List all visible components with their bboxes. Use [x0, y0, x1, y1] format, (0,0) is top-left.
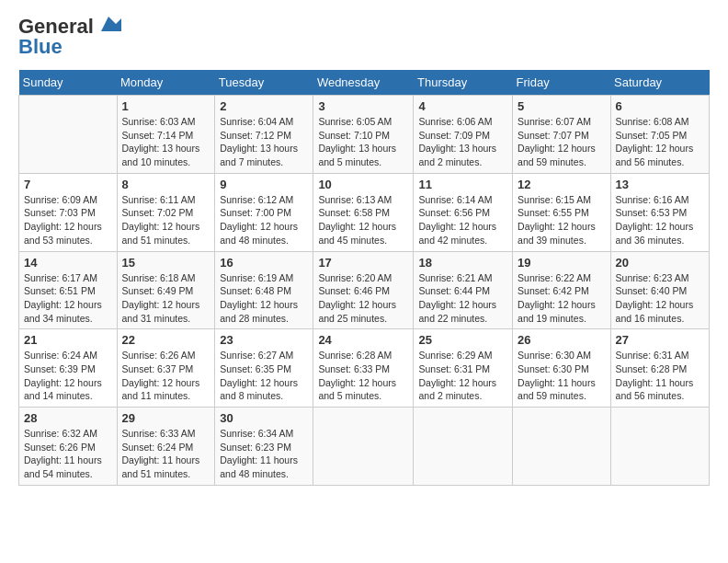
calendar-cell: 7Sunrise: 6:09 AMSunset: 7:03 PMDaylight… — [19, 173, 118, 251]
calendar-cell: 25Sunrise: 6:29 AMSunset: 6:31 PMDayligh… — [414, 329, 513, 408]
calendar-cell: 10Sunrise: 6:13 AMSunset: 6:58 PMDayligh… — [313, 173, 414, 251]
calendar-cell: 4Sunrise: 6:06 AMSunset: 7:09 PMDaylight… — [414, 96, 513, 174]
logo-icon — [96, 15, 121, 35]
cell-info: Sunrise: 6:16 AMSunset: 6:53 PMDaylight:… — [616, 193, 704, 247]
week-row-5: 28Sunrise: 6:32 AMSunset: 6:26 PMDayligh… — [19, 408, 710, 486]
logo: General Blue — [18, 15, 121, 59]
day-number: 25 — [418, 333, 507, 347]
weekday-header-monday: Monday — [117, 70, 215, 96]
cell-info: Sunrise: 6:28 AMSunset: 6:33 PMDaylight:… — [318, 349, 408, 403]
day-number: 6 — [616, 99, 704, 113]
calendar-cell: 29Sunrise: 6:33 AMSunset: 6:24 PMDayligh… — [117, 408, 215, 486]
cell-info: Sunrise: 6:06 AMSunset: 7:09 PMDaylight:… — [418, 115, 507, 169]
day-number: 13 — [616, 178, 704, 191]
weekday-header-tuesday: Tuesday — [215, 70, 313, 96]
day-number: 11 — [418, 178, 507, 191]
calendar-table: SundayMondayTuesdayWednesdayThursdayFrid… — [18, 70, 710, 486]
cell-info: Sunrise: 6:05 AMSunset: 7:10 PMDaylight:… — [318, 115, 408, 169]
day-number: 29 — [122, 411, 210, 425]
calendar-cell: 9Sunrise: 6:12 AMSunset: 7:00 PMDaylight… — [215, 173, 313, 251]
cell-info: Sunrise: 6:08 AMSunset: 7:05 PMDaylight:… — [616, 115, 704, 169]
cell-info: Sunrise: 6:22 AMSunset: 6:42 PMDaylight:… — [518, 271, 606, 326]
cell-info: Sunrise: 6:20 AMSunset: 6:46 PMDaylight:… — [318, 271, 408, 326]
calendar-cell — [19, 96, 118, 174]
calendar-cell: 3Sunrise: 6:05 AMSunset: 7:10 PMDaylight… — [313, 96, 414, 174]
cell-info: Sunrise: 6:07 AMSunset: 7:07 PMDaylight:… — [518, 115, 606, 169]
day-number: 20 — [616, 256, 704, 270]
page-container: General Blue SundayMondayTuesdayWednesda… — [0, 0, 728, 495]
calendar-cell: 20Sunrise: 6:23 AMSunset: 6:40 PMDayligh… — [610, 251, 709, 329]
week-row-2: 7Sunrise: 6:09 AMSunset: 7:03 PMDaylight… — [19, 173, 710, 251]
day-number: 1 — [122, 99, 210, 113]
cell-info: Sunrise: 6:18 AMSunset: 6:49 PMDaylight:… — [122, 271, 210, 326]
calendar-cell — [313, 408, 414, 486]
calendar-cell: 13Sunrise: 6:16 AMSunset: 6:53 PMDayligh… — [610, 173, 709, 251]
weekday-header-row: SundayMondayTuesdayWednesdayThursdayFrid… — [19, 70, 710, 96]
week-row-1: 1Sunrise: 6:03 AMSunset: 7:14 PMDaylight… — [19, 96, 710, 174]
calendar-cell: 1Sunrise: 6:03 AMSunset: 7:14 PMDaylight… — [117, 96, 215, 174]
day-number: 2 — [220, 99, 308, 113]
calendar-cell: 2Sunrise: 6:04 AMSunset: 7:12 PMDaylight… — [215, 96, 313, 174]
cell-info: Sunrise: 6:30 AMSunset: 6:30 PMDaylight:… — [518, 349, 606, 403]
cell-info: Sunrise: 6:29 AMSunset: 6:31 PMDaylight:… — [418, 349, 507, 403]
day-number: 12 — [518, 178, 606, 191]
cell-info: Sunrise: 6:15 AMSunset: 6:55 PMDaylight:… — [518, 193, 606, 247]
cell-info: Sunrise: 6:11 AMSunset: 7:02 PMDaylight:… — [122, 193, 210, 247]
cell-info: Sunrise: 6:32 AMSunset: 6:26 PMDaylight:… — [24, 427, 112, 481]
calendar-cell: 23Sunrise: 6:27 AMSunset: 6:35 PMDayligh… — [215, 329, 313, 408]
calendar-cell — [414, 408, 513, 486]
cell-info: Sunrise: 6:34 AMSunset: 6:23 PMDaylight:… — [220, 427, 308, 481]
day-number: 7 — [24, 178, 112, 191]
cell-info: Sunrise: 6:12 AMSunset: 7:00 PMDaylight:… — [220, 193, 308, 247]
day-number: 14 — [24, 256, 112, 270]
weekday-header-sunday: Sunday — [19, 70, 118, 96]
day-number: 28 — [24, 411, 112, 425]
day-number: 21 — [24, 333, 112, 347]
day-number: 23 — [220, 333, 308, 347]
week-row-3: 14Sunrise: 6:17 AMSunset: 6:51 PMDayligh… — [19, 251, 710, 329]
cell-info: Sunrise: 6:14 AMSunset: 6:56 PMDaylight:… — [418, 193, 507, 247]
calendar-cell: 26Sunrise: 6:30 AMSunset: 6:30 PMDayligh… — [513, 329, 611, 408]
calendar-cell: 12Sunrise: 6:15 AMSunset: 6:55 PMDayligh… — [513, 173, 611, 251]
weekday-header-friday: Friday — [513, 70, 611, 96]
day-number: 22 — [122, 333, 210, 347]
day-number: 26 — [518, 333, 606, 347]
cell-info: Sunrise: 6:03 AMSunset: 7:14 PMDaylight:… — [122, 115, 210, 169]
day-number: 30 — [220, 411, 308, 425]
day-number: 4 — [418, 99, 507, 113]
calendar-cell — [610, 408, 709, 486]
cell-info: Sunrise: 6:04 AMSunset: 7:12 PMDaylight:… — [220, 115, 308, 169]
day-number: 19 — [518, 256, 606, 270]
weekday-header-saturday: Saturday — [610, 70, 709, 96]
weekday-header-wednesday: Wednesday — [313, 70, 414, 96]
cell-info: Sunrise: 6:13 AMSunset: 6:58 PMDaylight:… — [318, 193, 408, 247]
weekday-header-thursday: Thursday — [414, 70, 513, 96]
calendar-cell: 19Sunrise: 6:22 AMSunset: 6:42 PMDayligh… — [513, 251, 611, 329]
cell-info: Sunrise: 6:26 AMSunset: 6:37 PMDaylight:… — [122, 349, 210, 403]
day-number: 15 — [122, 256, 210, 270]
cell-info: Sunrise: 6:24 AMSunset: 6:39 PMDaylight:… — [24, 349, 112, 403]
header: General Blue — [18, 15, 710, 59]
cell-info: Sunrise: 6:21 AMSunset: 6:44 PMDaylight:… — [418, 271, 507, 326]
calendar-cell: 24Sunrise: 6:28 AMSunset: 6:33 PMDayligh… — [313, 329, 414, 408]
cell-info: Sunrise: 6:31 AMSunset: 6:28 PMDaylight:… — [616, 349, 704, 403]
day-number: 24 — [318, 333, 408, 347]
calendar-cell: 15Sunrise: 6:18 AMSunset: 6:49 PMDayligh… — [117, 251, 215, 329]
calendar-cell: 21Sunrise: 6:24 AMSunset: 6:39 PMDayligh… — [19, 329, 118, 408]
calendar-cell: 11Sunrise: 6:14 AMSunset: 6:56 PMDayligh… — [414, 173, 513, 251]
calendar-cell: 14Sunrise: 6:17 AMSunset: 6:51 PMDayligh… — [19, 251, 118, 329]
calendar-cell: 5Sunrise: 6:07 AMSunset: 7:07 PMDaylight… — [513, 96, 611, 174]
calendar-cell: 6Sunrise: 6:08 AMSunset: 7:05 PMDaylight… — [610, 96, 709, 174]
cell-info: Sunrise: 6:27 AMSunset: 6:35 PMDaylight:… — [220, 349, 308, 403]
day-number: 9 — [220, 178, 308, 191]
cell-info: Sunrise: 6:19 AMSunset: 6:48 PMDaylight:… — [220, 271, 308, 326]
day-number: 16 — [220, 256, 308, 270]
svg-marker-0 — [101, 17, 121, 31]
day-number: 27 — [616, 333, 704, 347]
cell-info: Sunrise: 6:09 AMSunset: 7:03 PMDaylight:… — [24, 193, 112, 247]
cell-info: Sunrise: 6:23 AMSunset: 6:40 PMDaylight:… — [616, 271, 704, 326]
day-number: 18 — [418, 256, 507, 270]
day-number: 10 — [318, 178, 408, 191]
cell-info: Sunrise: 6:17 AMSunset: 6:51 PMDaylight:… — [24, 271, 112, 326]
calendar-cell: 16Sunrise: 6:19 AMSunset: 6:48 PMDayligh… — [215, 251, 313, 329]
